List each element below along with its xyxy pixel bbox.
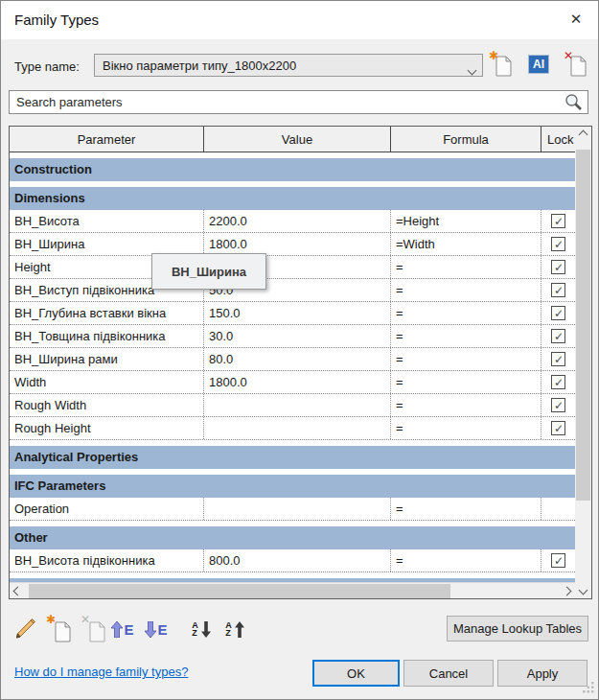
table-row: ВН_Висота підвіконника 800.0 = ✓ — [10, 549, 575, 572]
checkmark-icon: ✓ — [554, 285, 564, 296]
param-value-cell[interactable]: 800.0 — [204, 549, 391, 572]
edit-parameter-button[interactable] — [12, 616, 37, 642]
scroll-left-icon[interactable] — [10, 583, 26, 599]
lock-checkbox[interactable]: ✓ — [551, 553, 565, 568]
param-formula-cell[interactable]: = — [391, 371, 541, 393]
lock-checkbox[interactable]: ✓ — [551, 421, 565, 435]
checkmark-icon: ✓ — [554, 308, 564, 319]
checkmark-icon: ✓ — [554, 262, 564, 273]
sort-ascending-button[interactable]: AZ — [189, 616, 214, 642]
param-lock-cell: ✓ — [541, 210, 575, 232]
search-icon — [564, 93, 584, 116]
scroll-right-icon[interactable] — [559, 583, 575, 599]
sort-descending-button[interactable]: AZ — [222, 616, 247, 642]
param-formula-cell[interactable]: = — [391, 417, 541, 439]
lock-checkbox[interactable]: ✓ — [551, 237, 565, 251]
param-formula-cell[interactable]: = — [391, 256, 541, 278]
cancel-button[interactable]: Cancel — [403, 660, 494, 687]
group-header-row: Analytical Properties — [10, 446, 575, 469]
param-value-cell[interactable]: 30.0 — [204, 325, 391, 347]
star-icon: ✱ — [489, 49, 498, 62]
dialog-title: Family Types — [14, 12, 99, 28]
param-name: Rough Width — [14, 398, 86, 412]
manage-lookup-tables-button[interactable]: Manage Lookup Tables — [447, 616, 588, 642]
param-name-cell[interactable]: ВН_Ширина рами — [10, 348, 204, 370]
param-value-cell[interactable]: 1800.0 — [204, 233, 391, 255]
new-parameter-button[interactable]: ✱ — [47, 616, 72, 642]
rename-type-button[interactable]: AI — [528, 55, 549, 74]
lock-checkbox[interactable]: ✓ — [551, 329, 565, 343]
lock-checkbox[interactable]: ✓ — [551, 214, 565, 228]
type-name-dropdown[interactable]: Вікно параметри типу_1800x2200 — [94, 54, 483, 77]
param-value-cell[interactable] — [204, 417, 391, 439]
gray-x-icon: ✕ — [81, 613, 90, 626]
param-formula: =Height — [396, 214, 439, 228]
param-name: ВН_Глубина вставки вікна — [14, 306, 166, 320]
param-formula: = — [396, 329, 403, 343]
param-formula-cell[interactable]: = — [391, 348, 541, 370]
param-value-cell[interactable]: 80.0 — [204, 348, 391, 370]
param-value-cell[interactable]: 1800.0 — [204, 371, 391, 393]
resize-grip[interactable] — [583, 681, 595, 696]
new-type-button[interactable]: ✱ — [490, 52, 513, 77]
help-link[interactable]: How do I manage family types? — [14, 665, 188, 679]
header-parameter: Parameter — [10, 127, 204, 152]
param-formula-cell[interactable]: = — [391, 549, 541, 572]
move-up-button[interactable]: E — [110, 616, 135, 642]
param-value-cell[interactable]: 2200.0 — [204, 210, 391, 232]
lock-checkbox[interactable]: ✓ — [551, 352, 565, 366]
move-down-button[interactable]: E — [144, 616, 169, 642]
param-formula-cell[interactable]: = — [391, 394, 541, 416]
lock-checkbox[interactable]: ✓ — [551, 398, 565, 412]
param-formula-cell[interactable]: = — [391, 498, 541, 520]
search-input[interactable] — [10, 91, 587, 113]
lock-checkbox[interactable]: ✓ — [551, 260, 565, 274]
param-value-cell[interactable] — [204, 394, 391, 416]
group-label: Construction — [14, 162, 92, 176]
header-lock: Lock — [541, 127, 575, 152]
param-name: Rough Height — [14, 421, 91, 435]
search-box — [9, 90, 588, 114]
horizontal-scroll-thumb[interactable] — [29, 584, 450, 598]
param-formula-cell[interactable]: = — [391, 302, 541, 324]
param-formula-cell[interactable]: =Height — [391, 210, 541, 232]
parameter-tooltip: ВН_Ширина — [151, 253, 266, 290]
lock-checkbox[interactable]: ✓ — [551, 306, 565, 320]
lock-checkbox[interactable]: ✓ — [551, 283, 565, 297]
param-value-cell[interactable] — [204, 498, 391, 520]
param-lock-cell: ✓ — [541, 549, 575, 572]
ok-button[interactable]: OK — [312, 660, 400, 687]
param-formula-cell[interactable]: = — [391, 325, 541, 347]
scroll-up-icon[interactable] — [575, 127, 591, 143]
param-formula: =Width — [396, 237, 435, 251]
close-icon[interactable]: ✕ — [565, 9, 587, 30]
scroll-down-icon[interactable] — [575, 582, 591, 598]
delete-type-button[interactable]: ✕ — [564, 52, 587, 77]
param-formula: = — [396, 352, 403, 366]
param-name-cell[interactable]: ВН_Ширина — [10, 233, 204, 255]
param-formula-cell[interactable]: = — [391, 279, 541, 301]
param-formula-cell[interactable]: =Width — [391, 233, 541, 255]
param-name-cell[interactable]: ВН_Висота — [10, 210, 204, 232]
param-name-cell[interactable]: Rough Height — [10, 417, 204, 439]
param-name-cell[interactable]: ВН_Товщина підвіконника — [10, 325, 204, 347]
vertical-scrollbar[interactable] — [575, 127, 591, 598]
param-value-cell[interactable]: 150.0 — [204, 302, 391, 324]
param-name-cell[interactable]: Operation — [10, 498, 204, 520]
checkmark-icon: ✓ — [554, 239, 564, 250]
delete-parameter-button-disabled[interactable]: ✕ — [81, 616, 106, 642]
param-name: Width — [14, 375, 46, 389]
lock-checkbox[interactable]: ✓ — [551, 375, 565, 389]
param-name: ВН_Ширина — [14, 237, 84, 251]
table-row: ВН_Глубина вставки вікна 150.0 = ✓ — [10, 302, 575, 325]
horizontal-scrollbar[interactable] — [10, 582, 575, 598]
table-row: Height = ✓ — [10, 256, 575, 279]
apply-button[interactable]: Apply — [497, 660, 587, 687]
param-name-cell[interactable]: ВН_Висота підвіконника — [10, 549, 204, 572]
param-name-cell[interactable]: Width — [10, 371, 204, 393]
group-header-row: IFC Parameters — [10, 475, 575, 498]
param-lock-cell — [541, 498, 575, 520]
param-name-cell[interactable]: Rough Width — [10, 394, 204, 416]
param-name-cell[interactable]: ВН_Глубина вставки вікна — [10, 302, 204, 324]
vertical-scroll-thumb[interactable] — [576, 150, 590, 501]
